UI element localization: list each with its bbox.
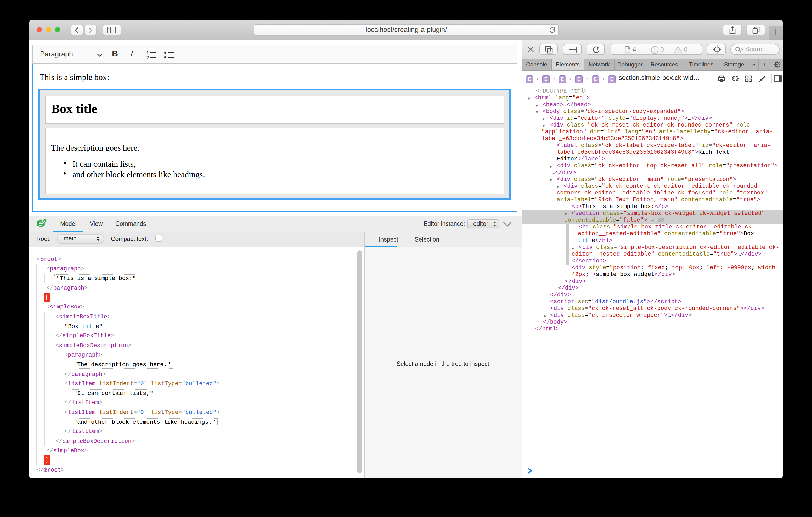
svg-text:1: 1 [146,51,149,55]
svg-text:2: 2 [146,55,149,59]
svg-text:5: 5 [44,219,45,222]
